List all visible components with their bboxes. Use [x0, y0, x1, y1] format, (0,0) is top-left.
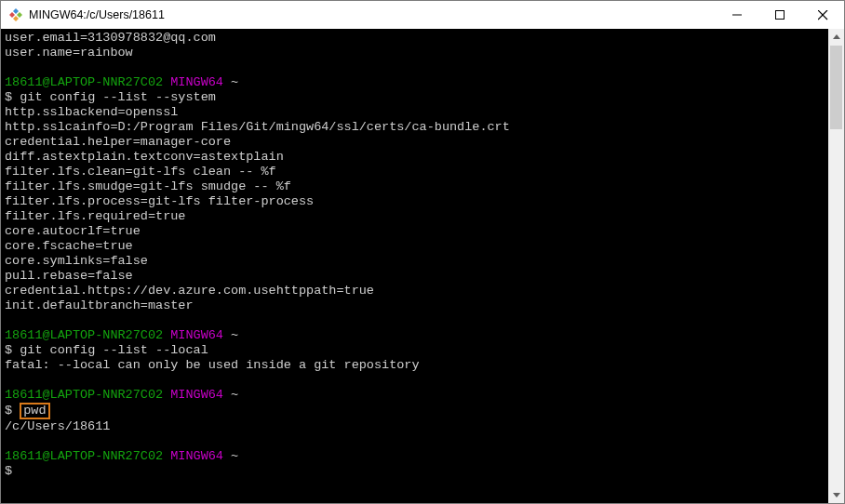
client-area: user.email=3130978832@qq.com user.name=r…: [1, 29, 844, 503]
svg-marker-10: [833, 493, 840, 497]
output-line: user.name=rainbow: [5, 46, 133, 60]
blank-line: [5, 373, 825, 388]
prompt-env: MINGW64: [170, 328, 223, 342]
output-line: filter.lfs.required=true: [5, 209, 185, 223]
prompt-userhost: 18611@LAPTOP-NNR27C02: [5, 388, 163, 402]
output-line: filter.lfs.clean=git-lfs clean -- %f: [5, 165, 276, 179]
output-line: filter.lfs.smudge=git-lfs smudge -- %f: [5, 179, 291, 193]
prompt-path: ~: [231, 449, 238, 463]
svg-marker-2: [17, 12, 22, 18]
highlighted-command: pwd: [20, 403, 49, 419]
svg-marker-3: [13, 16, 19, 21]
title-bar[interactable]: MINGW64:/c/Users/18611: [1, 1, 844, 29]
svg-marker-9: [833, 34, 840, 39]
output-line: filter.lfs.process=git-lfs filter-proces…: [5, 194, 314, 208]
output-line: pull.rebase=false: [5, 269, 133, 283]
scroll-thumb[interactable]: [830, 46, 842, 129]
prompt-userhost: 18611@LAPTOP-NNR27C02: [5, 328, 163, 342]
output-line: credential.https://dev.azure.com.usehttp…: [5, 284, 374, 298]
terminal[interactable]: user.email=3130978832@qq.com user.name=r…: [1, 29, 828, 503]
window-title: MINGW64:/c/Users/18611: [29, 8, 165, 21]
output-line: user.email=3130978832@qq.com: [5, 31, 216, 45]
output-line: /c/Users/18611: [5, 419, 110, 433]
command-text: git config --list --system: [20, 90, 216, 104]
prompt-dollar: $: [5, 404, 12, 418]
prompt-dollar: $: [5, 464, 12, 478]
maximize-button[interactable]: [758, 1, 801, 29]
prompt-path: ~: [231, 388, 238, 402]
output-line: credential.helper=manager-core: [5, 135, 231, 149]
prompt-path: ~: [231, 75, 238, 89]
prompt-path: ~: [231, 328, 238, 342]
minimize-button[interactable]: [716, 1, 758, 29]
output-line: http.sslbackend=openssl: [5, 105, 178, 119]
scroll-down-button[interactable]: [828, 487, 844, 503]
svg-rect-6: [776, 11, 785, 20]
prompt-dollar: $: [5, 343, 12, 357]
prompt-userhost: 18611@LAPTOP-NNR27C02: [5, 75, 163, 89]
output-line: diff.astextplain.textconv=astextplain: [5, 150, 284, 164]
prompt-userhost: 18611@LAPTOP-NNR27C02: [5, 449, 163, 463]
prompt-dollar: $: [5, 90, 12, 104]
git-diamond-icon: [8, 7, 23, 22]
svg-marker-4: [9, 12, 15, 18]
blank-line: [5, 60, 825, 75]
blank-line: [5, 434, 825, 449]
blank-line: [5, 313, 825, 328]
close-button[interactable]: [801, 1, 844, 29]
output-line: core.autocrlf=true: [5, 224, 141, 238]
svg-marker-1: [13, 8, 19, 14]
window-controls: [716, 1, 844, 29]
output-line: http.sslcainfo=D:/Program Files/Git/ming…: [5, 120, 510, 134]
command-text: git config --list --local: [20, 343, 208, 357]
scroll-up-button[interactable]: [828, 29, 844, 45]
prompt-env: MINGW64: [170, 388, 223, 402]
vertical-scrollbar[interactable]: [828, 29, 844, 503]
prompt-env: MINGW64: [170, 75, 223, 89]
output-line: fatal: --local can only be used inside a…: [5, 358, 420, 372]
window-frame: MINGW64:/c/Users/18611 user.email=313097…: [0, 0, 845, 504]
output-line: core.fscache=true: [5, 239, 133, 253]
prompt-env: MINGW64: [170, 449, 223, 463]
output-line: core.symlinks=false: [5, 254, 148, 268]
output-line: init.defaultbranch=master: [5, 298, 194, 312]
